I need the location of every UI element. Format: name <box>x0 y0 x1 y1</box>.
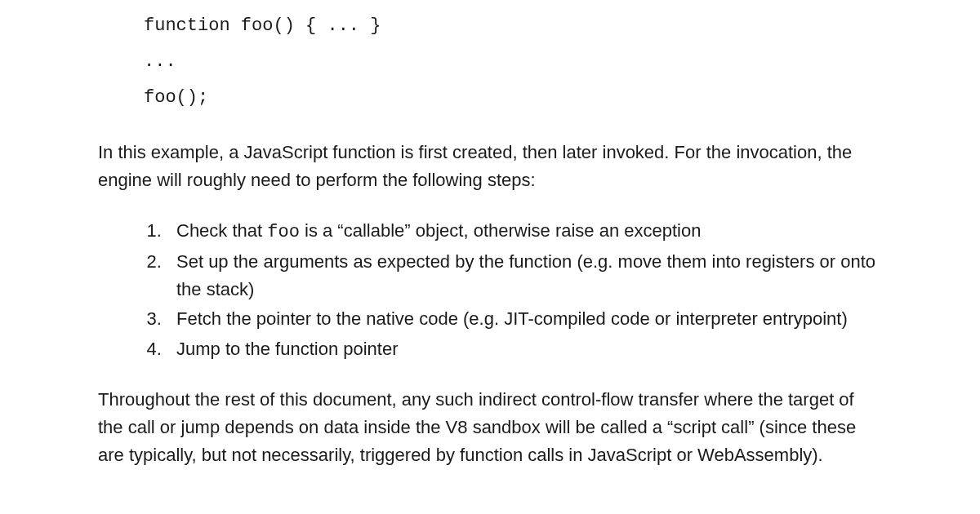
list-item: Jump to the function pointer <box>167 335 882 363</box>
list-item: Check that foo is a “callable” object, o… <box>167 217 882 246</box>
code-line: ... <box>144 51 176 72</box>
step-text: Check that <box>176 220 267 241</box>
step-text: is a “callable” object, otherwise raise … <box>300 220 702 241</box>
list-item: Fetch the pointer to the native code (e.… <box>167 305 882 333</box>
paragraph-outro: Throughout the rest of this document, an… <box>98 386 882 469</box>
code-line: foo(); <box>144 87 208 108</box>
code-block: function foo() { ... } ... foo(); <box>144 8 882 116</box>
inline-code: foo <box>267 222 300 242</box>
list-item: Set up the arguments as expected by the … <box>167 248 882 304</box>
paragraph-intro: In this example, a JavaScript function i… <box>98 139 882 194</box>
code-line: function foo() { ... } <box>144 16 381 36</box>
steps-list: Check that foo is a “callable” object, o… <box>98 217 882 362</box>
document-page: function foo() { ... } ... foo(); In thi… <box>0 0 980 469</box>
